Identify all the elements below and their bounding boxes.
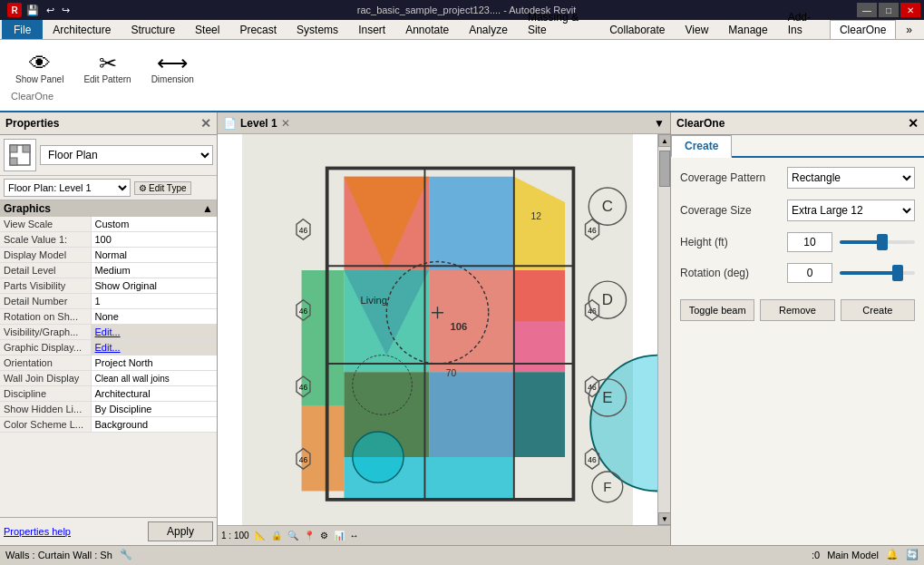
remove-button[interactable]: Remove (760, 299, 834, 321)
svg-marker-18 (514, 372, 565, 457)
prop-value[interactable]: Clean all wall joins (91, 371, 217, 386)
prop-value[interactable]: Show Original (91, 278, 217, 294)
svg-marker-16 (302, 406, 345, 492)
tab-architecture[interactable]: Architecture (43, 20, 121, 39)
close-button[interactable]: ✕ (900, 3, 920, 17)
prop-value[interactable]: Architectural (91, 386, 217, 402)
prop-label: Graphic Display... (0, 340, 91, 356)
status-bar: Walls : Curtain Wall : Sh 🔧 :0 Main Mode… (0, 545, 924, 563)
properties-close-button[interactable]: ✕ (200, 116, 211, 131)
svg-rect-2 (23, 145, 30, 152)
coverage-size-label: Coverage Size (680, 204, 780, 217)
notifications-icon: 🔔 (886, 549, 899, 560)
maximize-button[interactable]: □ (879, 3, 899, 17)
svg-marker-10 (344, 270, 429, 372)
properties-help-link[interactable]: Properties help (4, 526, 71, 537)
graphics-collapse-icon[interactable]: ▲ (202, 202, 213, 215)
tab-create[interactable]: Create (671, 135, 732, 158)
dimension-button[interactable]: ⟷ Dimension (145, 50, 200, 87)
tab-overflow[interactable]: » (896, 20, 922, 39)
sync-icon: 🔄 (906, 549, 919, 560)
rotation-slider-fill (840, 271, 900, 275)
properties-table: View Scale Custom Scale Value 1: 100 Dis… (0, 217, 217, 433)
rotation-input[interactable] (787, 263, 832, 283)
rotation-slider-thumb[interactable] (892, 265, 903, 281)
qa-redo[interactable]: ↪ (59, 4, 73, 17)
toggle-beam-button[interactable]: Toggle beam (680, 299, 754, 321)
svg-marker-11 (429, 270, 514, 372)
view-header-icon: 📄 (223, 117, 237, 130)
dimension-label: Dimension (151, 74, 194, 84)
prop-value[interactable]: Project North (91, 356, 217, 371)
prop-value[interactable]: Custom (91, 217, 217, 232)
scroll-up-button[interactable]: ▲ (658, 134, 670, 147)
prop-value[interactable]: By Discipline (91, 402, 217, 417)
rotation-slider-track[interactable] (840, 264, 915, 282)
vertical-scrollbar[interactable]: ▲ ▼ (657, 134, 670, 525)
tab-file[interactable]: File (2, 20, 43, 39)
tab-precast[interactable]: Precast (229, 20, 287, 39)
graphic-display-edit-button[interactable]: Edit... (91, 340, 217, 356)
graphics-label: Graphics (4, 202, 51, 215)
floor-plan-icon-svg (7, 142, 33, 168)
floor-plan-selector-row: Floor Plan: Level 1 ⚙ Edit Type (0, 176, 217, 200)
prop-value[interactable]: Normal (91, 248, 217, 263)
view-canvas[interactable]: 12 106 70 46 46 46 (218, 134, 657, 525)
tab-view[interactable]: View (676, 20, 719, 39)
table-row: Wall Join Display Clean all wall joins (0, 371, 217, 386)
scale-indicator: :0 (812, 550, 820, 560)
prop-label: Visibility/Graph... (0, 325, 91, 340)
edit-type-button[interactable]: ⚙ Edit Type (134, 181, 191, 195)
clearone-panel-header: ClearOne ✕ (671, 112, 924, 135)
tab-insert[interactable]: Insert (348, 20, 395, 39)
tab-manage[interactable]: Manage (718, 20, 777, 39)
main-area: Properties ✕ Floor Plan Floor Plan: Leve… (0, 112, 924, 545)
table-row: Display Model Normal (0, 248, 217, 263)
prop-value[interactable]: 1 (91, 294, 217, 309)
height-slider-track[interactable] (840, 233, 915, 251)
clearone-tab-row: Create (671, 135, 924, 158)
tab-massing[interactable]: Massing & Site (518, 7, 599, 39)
show-panel-button[interactable]: 👁 Show Panel (9, 50, 70, 87)
svg-marker-13 (514, 270, 565, 372)
scroll-down-button[interactable]: ▼ (658, 512, 670, 525)
prop-value[interactable]: 100 (91, 232, 217, 248)
tab-structure[interactable]: Structure (121, 20, 185, 39)
apply-button[interactable]: Apply (148, 521, 213, 541)
clearone-close-button[interactable]: ✕ (908, 116, 919, 131)
tab-analyze[interactable]: Analyze (459, 20, 518, 39)
prop-value[interactable]: Medium (91, 263, 217, 278)
scroll-track[interactable] (658, 147, 670, 512)
tab-addins[interactable]: Add-Ins (778, 7, 830, 39)
ribbon-content: 👁 Show Panel ✂ Edit Pattern ⟷ Dimension … (0, 40, 924, 112)
minimize-button[interactable]: — (857, 3, 877, 17)
type-dropdown[interactable]: Floor Plan (40, 145, 213, 165)
tab-collaborate[interactable]: Collaborate (599, 20, 675, 39)
clearone-title: ClearOne (676, 117, 725, 130)
table-row: Rotation on Sh... None (0, 309, 217, 325)
qa-save[interactable]: 💾 (24, 4, 42, 17)
tab-clearone[interactable]: ClearOne (830, 20, 896, 39)
view-menu-button[interactable]: ▼ (654, 117, 665, 130)
floor-plan-svg: 12 106 70 46 46 46 (218, 134, 657, 525)
floor-plan-dropdown[interactable]: Floor Plan: Level 1 (4, 179, 131, 197)
prop-value[interactable]: Background (91, 417, 217, 433)
edit-pattern-button[interactable]: ✂ Edit Pattern (77, 50, 137, 87)
view-close-button[interactable]: ✕ (281, 117, 290, 130)
tab-annotate[interactable]: Annotate (395, 20, 459, 39)
coverage-size-dropdown[interactable]: Small 4 Medium 8 Large 10 Extra Large 12 (787, 200, 915, 221)
qa-undo[interactable]: ↩ (44, 4, 57, 17)
create-button[interactable]: Create (841, 299, 915, 321)
visibility-edit-button[interactable]: Edit... (91, 325, 217, 340)
height-input[interactable] (787, 232, 832, 252)
coverage-pattern-dropdown[interactable]: Rectangle Circle Ellipse (787, 167, 915, 189)
tab-systems[interactable]: Systems (287, 20, 348, 39)
scroll-thumb[interactable] (659, 151, 670, 187)
height-slider-thumb[interactable] (877, 234, 888, 250)
svg-marker-9 (302, 270, 345, 406)
tab-steel[interactable]: Steel (185, 20, 229, 39)
prop-value[interactable]: None (91, 309, 217, 325)
view-footer: 1 : 100 📐 🔒 🔍 📍 ⚙ 📊 ↔ (218, 525, 670, 545)
edit-type-icon: ⚙ (139, 183, 147, 193)
status-icon: 🔧 (120, 549, 132, 560)
